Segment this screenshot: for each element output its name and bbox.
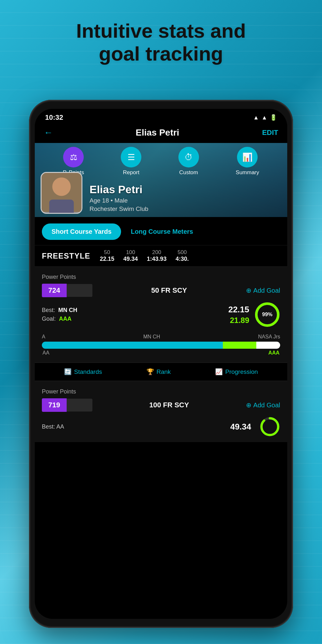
summary-label: Summary [236, 169, 259, 176]
tab-short-course[interactable]: Short Course Yards [42, 223, 121, 240]
tab-switcher: Short Course Yards Long Course Meters [35, 217, 287, 245]
add-goal-button-2[interactable]: ⊕ Add Goal [246, 401, 280, 409]
app-header: ← Elias Petri EDIT [35, 124, 287, 143]
best-row-1: Best: MN CH [42, 307, 77, 314]
signal-icon: ▲ [261, 114, 267, 121]
pp-value-1: 724 [42, 284, 67, 297]
dist-100: 100 [126, 249, 135, 256]
rank-icon: 🏆 [147, 368, 154, 375]
rank-label: Rank [156, 368, 171, 375]
add-goal-icon-2: ⊕ [246, 401, 251, 409]
progress-svg-2 [260, 416, 280, 437]
svg-point-6 [261, 418, 278, 435]
std-label-a: A [42, 334, 45, 340]
progress-circle-2 [260, 416, 280, 437]
time-100: 49.34 [123, 256, 138, 262]
best-standard-1: MN CH [58, 307, 77, 314]
progress-pct-1: 99% [262, 312, 272, 317]
pp-card-2: Power Points 719 100 FR SCY ⊕ Add Goal B… [35, 381, 287, 442]
standards-top-labels: A MN CH NASA Jrs [42, 334, 280, 340]
headline-line2: goal tracking [99, 43, 223, 65]
headline-line1: Intuitive stats and [76, 20, 246, 42]
profile-age: Age 18 • Male [90, 197, 282, 204]
add-goal-label-2: Add Goal [253, 402, 280, 409]
edit-button[interactable]: EDIT [262, 128, 278, 137]
std-bottom-aaa: AAA [268, 350, 279, 356]
pp-event-name-2: 100 FR SCY [149, 401, 189, 409]
pp-bar-empty-2 [67, 399, 92, 412]
standards-action[interactable]: 🔄 Standards [64, 368, 102, 375]
phone-shell: 10:32 ▲ ▲ 🔋 ← Elias Petri EDIT ⚖ P. [29, 100, 293, 628]
summary-icon-circle: 📊 [237, 147, 258, 167]
page-title: Elias Petri [136, 128, 179, 138]
action-custom[interactable]: ⏱ Custom [178, 147, 199, 176]
dist-500: 500 [177, 249, 186, 256]
profile-name: Elias Petri [90, 183, 282, 196]
dist-200: 200 [152, 249, 161, 256]
action-report[interactable]: ☰ Report [121, 147, 141, 176]
progression-label: Progression [225, 368, 258, 375]
goal-standard-1: AAA [59, 316, 71, 322]
report-icon-circle: ☰ [121, 147, 141, 167]
action-summary[interactable]: 📊 Summary [236, 147, 259, 176]
time-200: 1:43.93 [147, 256, 166, 262]
progress-circle-1: 99% [254, 302, 280, 327]
best-goal-row-1: Best: MN CH Goal: AAA 22.15 21.89 [42, 302, 280, 327]
goal-label-1: Goal: [42, 316, 56, 322]
add-goal-icon-1: ⊕ [246, 287, 251, 294]
avatar-image [42, 172, 81, 213]
svg-rect-2 [49, 200, 74, 213]
best-goal-right-1: 22.15 21.89 [228, 305, 249, 325]
best-label-1: Best: [42, 307, 55, 314]
custom-icon: ⏱ [185, 152, 193, 162]
std-label-nasa: NASA Jrs [258, 334, 280, 340]
custom-label: Custom [179, 169, 198, 176]
summary-icon: 📊 [242, 152, 252, 162]
rank-action[interactable]: 🏆 Rank [147, 368, 171, 375]
add-goal-label-1: Add Goal [253, 287, 280, 294]
pp-value-2: 719 [42, 398, 67, 412]
standards-icon: 🔄 [64, 368, 72, 375]
bottom-actions-row: 🔄 Standards 🏆 Rank 📈 Progression [35, 363, 287, 381]
best-goal-left-1: Best: MN CH Goal: AAA [42, 307, 77, 322]
progression-icon: 📈 [215, 368, 223, 375]
action-p-points[interactable]: ⚖ P. Points [63, 147, 84, 176]
status-time: 10:32 [45, 113, 63, 122]
event-col-100: 100 49.34 [123, 249, 138, 262]
quick-actions-row: ⚖ P. Points ☰ Report ⏱ Custom [35, 147, 287, 176]
p-points-icon: ⚖ [70, 152, 77, 162]
event-col-500: 500 4:30. [175, 249, 189, 262]
progression-action[interactable]: 📈 Progression [215, 368, 258, 375]
pp-bar-empty-1 [67, 284, 92, 297]
event-name-freestyle: FREESTYLE [42, 251, 100, 260]
pp-card-1: Power Points 724 50 FR SCY ⊕ Add Goal Be… [35, 267, 287, 363]
report-label: Report [123, 169, 139, 176]
pp-event-name-1: 50 FR SCY [151, 286, 187, 295]
pp-bar-2: 719 [42, 398, 92, 412]
standards-label: Standards [74, 368, 102, 375]
status-icons: ▲ ▲ 🔋 [253, 114, 277, 121]
dist-50: 50 [104, 249, 110, 256]
add-goal-button-1[interactable]: ⊕ Add Goal [246, 287, 280, 294]
event-times-row: 50 22.15 100 49.34 200 1:43.93 500 4:30. [100, 249, 280, 262]
event-header-freestyle: FREESTYLE 50 22.15 100 49.34 200 1:43.93… [35, 245, 287, 267]
best-row-2: Best: AA 49.34 [42, 416, 280, 437]
pp-row-1: 724 50 FR SCY ⊕ Add Goal [42, 284, 280, 297]
pp-label-2: Power Points [42, 388, 280, 395]
custom-icon-circle: ⏱ [178, 147, 199, 167]
pp-label-1: Power Points [42, 274, 280, 280]
profile-avatar [41, 172, 82, 214]
pp-bar-1: 724 [42, 284, 92, 297]
back-button[interactable]: ← [44, 128, 53, 138]
std-label-mnch: MN CH [143, 334, 160, 340]
phone-screen: 10:32 ▲ ▲ 🔋 ← Elias Petri EDIT ⚖ P. [35, 109, 287, 619]
standards-bottom-labels: AA AAA [42, 350, 280, 356]
event-col-200: 200 1:43.93 [147, 249, 166, 262]
profile-info: Elias Petri Age 18 • Male Rochester Swim… [90, 183, 282, 213]
hero-banner: ⚖ P. Points ☰ Report ⏱ Custom [35, 143, 287, 217]
svg-point-1 [52, 177, 71, 196]
best-time-2: 49.34 [230, 422, 251, 432]
standards-bar-1: A MN CH NASA Jrs AA AAA [42, 331, 280, 357]
time-50: 22.15 [100, 256, 114, 262]
tab-long-course[interactable]: Long Course Meters [121, 223, 203, 240]
